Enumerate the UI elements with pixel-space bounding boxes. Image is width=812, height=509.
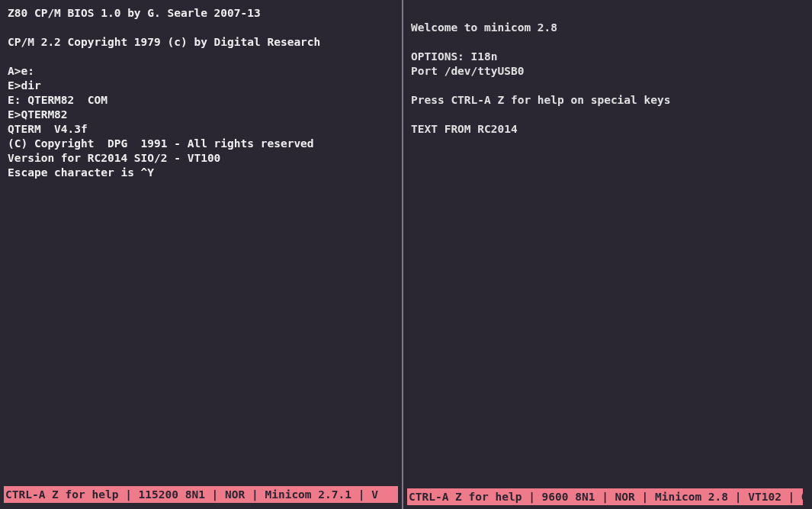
right-status-bar: CTRL-A Z for help | 9600 8N1 | NOR | Min…	[407, 488, 803, 505]
left-status-bar: CTRL-A Z for help | 115200 8N1 | NOR | M…	[4, 486, 398, 503]
left-terminal-output[interactable]: Z80 CP/M BIOS 1.0 by G. Searle 2007-13 C…	[0, 0, 402, 486]
right-terminal-pane[interactable]: Welcome to minicom 2.8 OPTIONS: I18n Por…	[403, 0, 810, 509]
left-terminal-pane[interactable]: Z80 CP/M BIOS 1.0 by G. Searle 2007-13 C…	[0, 0, 403, 509]
right-terminal-output[interactable]: Welcome to minicom 2.8 OPTIONS: I18n Por…	[403, 0, 810, 488]
